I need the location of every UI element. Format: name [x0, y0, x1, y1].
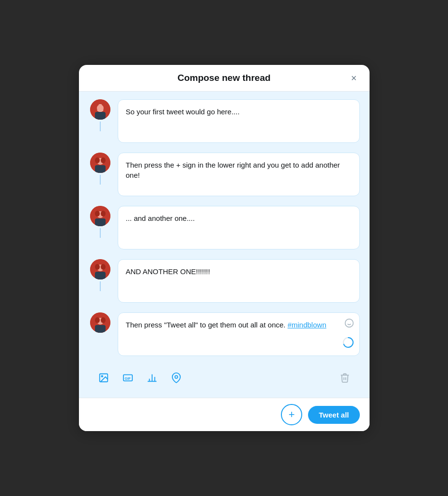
svg-rect-7 [95, 165, 106, 173]
svg-point-39 [175, 375, 178, 378]
svg-point-5 [97, 105, 104, 111]
thread-line-4 [100, 281, 101, 291]
svg-rect-12 [95, 218, 106, 226]
tweet-content-3: ... and another one.... [118, 206, 360, 251]
svg-point-20 [101, 264, 106, 270]
avatar-4 [90, 259, 110, 279]
thread-line-2 [100, 175, 101, 185]
poll-button[interactable] [145, 371, 159, 385]
svg-rect-17 [95, 272, 106, 279]
avatar-col-4 [89, 259, 112, 291]
avatar-5 [90, 312, 110, 333]
avatar-col-1 [89, 99, 112, 131]
tweet-all-button[interactable]: Tweet all [308, 406, 359, 424]
thread-line-1 [100, 122, 101, 131]
avatar-col-2 [89, 153, 112, 185]
tweet-content-4: AND ANOTHER ONE!!!!!!! [118, 259, 360, 305]
modal-overlay: Compose new thread × [0, 0, 448, 496]
svg-point-19 [95, 264, 100, 270]
avatar-1 [90, 99, 110, 120]
media-toolbar: GIF [89, 366, 360, 390]
close-button[interactable]: × [346, 70, 362, 86]
modal-footer: + Tweet all [79, 398, 370, 431]
avatar-2 [90, 153, 110, 173]
image-button[interactable] [96, 371, 111, 385]
svg-rect-22 [95, 325, 106, 333]
svg-point-25 [101, 317, 106, 323]
thread-list: So your first tweet would go here.... [89, 99, 360, 364]
hashtag: #mindblown [288, 321, 326, 329]
avatar-col-3 [89, 206, 112, 238]
progress-indicator [342, 337, 354, 350]
tweet-text-before: Then press "Tweet all" to get them out a… [126, 321, 288, 329]
tweet-row: Then press the + sign in the lower right… [89, 153, 360, 206]
add-tweet-button[interactable]: + [281, 404, 302, 425]
emoji-button[interactable] [344, 318, 354, 330]
modal-body: So your first tweet would go here.... [79, 92, 370, 398]
delete-tweet-button[interactable] [338, 371, 352, 385]
tweet-content-5: Then press "Tweet all" to get them out a… [118, 312, 360, 356]
svg-point-24 [95, 317, 100, 323]
svg-point-10 [101, 157, 106, 163]
gif-button[interactable]: GIF [121, 371, 135, 385]
svg-point-32 [101, 375, 103, 377]
svg-point-9 [95, 157, 100, 163]
tweet-content-2: Then press the + sign in the lower right… [118, 153, 360, 198]
svg-text:GIF: GIF [124, 376, 131, 381]
svg-point-26 [345, 319, 353, 327]
avatar-col-5 [89, 312, 112, 333]
tweet-content-1: So your first tweet would go here.... [118, 99, 360, 145]
tweet-input-1[interactable]: So your first tweet would go here.... [118, 99, 360, 143]
tweet-input-3[interactable]: ... and another one.... [118, 206, 360, 249]
svg-point-15 [101, 211, 106, 217]
modal-title: Compose new thread [177, 73, 270, 83]
svg-rect-4 [95, 112, 106, 120]
tweet-row: Then press "Tweet all" to get them out a… [89, 312, 360, 364]
location-button[interactable] [169, 371, 184, 385]
compose-thread-modal: Compose new thread × [79, 65, 370, 431]
tweet-input-2[interactable]: Then press the + sign in the lower right… [118, 153, 360, 196]
svg-point-14 [95, 211, 100, 217]
modal-header: Compose new thread × [79, 65, 370, 92]
thread-line-3 [100, 228, 101, 238]
tweet-input-4[interactable]: AND ANOTHER ONE!!!!!!! [118, 259, 360, 303]
tweet-row: AND ANOTHER ONE!!!!!!! [89, 259, 360, 312]
add-tweet-icon: + [289, 408, 295, 421]
tweet-row: ... and another one.... [89, 206, 360, 259]
tweet-row: So your first tweet would go here.... [89, 99, 360, 153]
avatar-3 [90, 206, 110, 226]
tweet-display-5[interactable]: Then press "Tweet all" to get them out a… [118, 312, 360, 356]
